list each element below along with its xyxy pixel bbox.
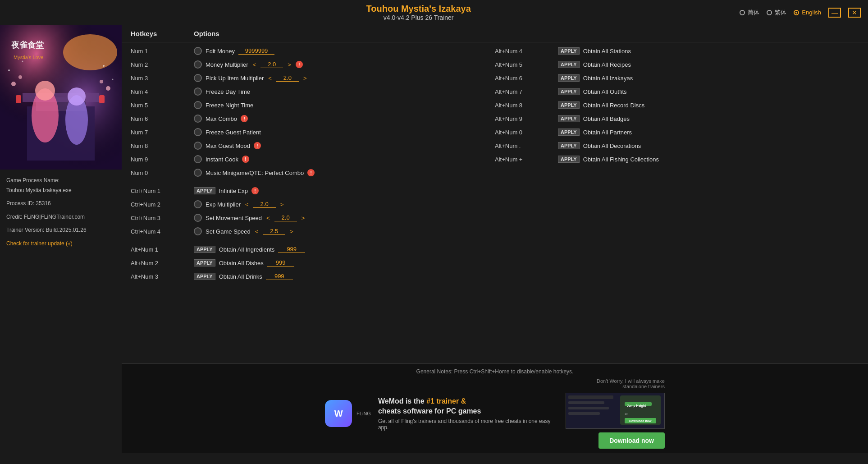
check-update-link[interactable]: Check for trainer update (√) [6,240,73,247]
input-ingredients-qty[interactable] [278,246,305,253]
hotkey-altnum2: Alt+Num 2 [131,260,194,266]
toggle-ctrlnum4[interactable] [194,227,202,235]
toggle-ctrlnum2[interactable] [194,200,202,208]
toggle-num5[interactable] [194,101,202,109]
process-id-value: 35316 [36,200,50,207]
option-num1-content: Edit Money [194,47,495,55]
info-icon-num8[interactable]: ! [254,142,261,149]
apply-all-dishes[interactable]: APPLY [194,259,215,266]
input-pickup-mult[interactable] [276,74,299,82]
apply-all-recipes[interactable]: APPLY [558,61,580,68]
language-controls: 简体 繁体 English — ✕ [740,8,861,18]
toggle-num6[interactable] [194,115,202,123]
info-icon-ctrlnum1[interactable]: ! [251,187,259,194]
input-money-mult[interactable] [260,61,283,68]
option-altnum6: Alt+Num 6 APPLY Obtain All Izakayas [495,71,859,85]
toggle-ctrlnum3[interactable] [194,214,202,222]
apply-infinite-exp[interactable]: APPLY [194,187,215,194]
option-num1: Num 1 Edit Money [131,44,495,58]
spinner-left-num2[interactable]: < [252,61,257,68]
trainer-version-label: Trainer Version: [6,227,44,233]
input-exp-mult[interactable] [253,201,276,208]
apply-all-fishing[interactable]: APPLY [558,156,580,163]
label-freeze-night: Freeze Night Time [206,102,253,109]
info-icon-num2[interactable]: ! [296,61,303,68]
apply-all-badges[interactable]: APPLY [558,115,580,122]
apply-all-record-discs[interactable]: APPLY [558,101,580,109]
info-icon-num6[interactable]: ! [241,115,248,122]
label-all-record-discs: Obtain All Record Discs [583,102,645,109]
toggle-num3[interactable] [194,74,202,82]
input-money[interactable] [238,47,274,55]
dont-worry-text: Don't Worry, I will always make standalo… [575,378,665,389]
spinner-left-ctrlnum3[interactable]: < [265,215,271,221]
option-altnum3: Alt+Num 3 APPLY Obtain All Drinks [131,270,859,283]
option-num7-content: Freeze Guest Patient [194,128,495,136]
info-icon-num0[interactable]: ! [307,169,315,176]
spinner-right-num3[interactable]: > [302,75,308,82]
apply-all-outfits[interactable]: APPLY [558,88,580,95]
svg-point-3 [63,34,117,70]
hotkey-num5: Num 5 [131,102,194,109]
toggle-num8[interactable] [194,142,202,150]
toggle-num7[interactable] [194,128,202,136]
label-all-stations: Obtain All Stations [583,48,631,55]
toggle-num0[interactable] [194,169,202,177]
toggle-num4[interactable] [194,87,202,96]
option-altnum4-content: APPLY Obtain All Stations [558,47,859,55]
option-altnum1: Alt+Num 1 APPLY Obtain All Ingredients [131,243,859,256]
option-ctrlnum3: Ctrl+Num 3 Set Movement Speed < > [131,211,859,225]
option-altnum7: Alt+Num 7 APPLY Obtain All Outfits [495,85,859,98]
close-button[interactable]: ✕ [848,8,861,18]
input-dishes-qty[interactable] [267,259,294,266]
label-music-minigame: Music Minigame/QTE: Perfect Combo [206,170,304,176]
apply-all-stations[interactable]: APPLY [558,47,580,55]
toggle-num1[interactable] [194,47,202,55]
svg-rect-25 [568,401,604,404]
label-pickup-mult: Pick Up Item Multiplier [206,75,264,82]
option-ctrlnum4-content: Set Game Speed < > [194,227,859,235]
apply-all-ingredients[interactable]: APPLY [194,246,215,253]
hotkey-num9: Num 9 [131,156,194,163]
apply-all-drinks[interactable]: APPLY [194,273,215,280]
option-altnum0-content: APPLY Obtain All Partners [558,129,859,136]
option-num3-content: Pick Up Item Multiplier < > [194,74,495,82]
spinner-right-ctrlnum2[interactable]: > [279,201,285,208]
divider2 [131,238,859,243]
toggle-num2[interactable] [194,60,202,69]
input-movement-speed[interactable] [274,214,297,221]
process-id-label: Process ID: [6,200,34,207]
label-freeze-day: Freeze Day Time [206,88,250,95]
info-icon-num9[interactable]: ! [242,156,249,163]
download-button[interactable]: Download now [598,432,665,449]
spinner-right-num2[interactable]: > [287,61,292,68]
lang-simplified[interactable]: 简体 [740,9,759,17]
option-num8-content: Max Guest Mood ! [194,142,495,150]
svg-point-14 [22,61,23,62]
spinner-right-ctrlnum3[interactable]: > [301,215,306,221]
spinner-right-ctrlnum4[interactable]: > [289,228,294,235]
toggle-num9[interactable] [194,155,202,163]
lang-traditional[interactable]: 繁体 [767,9,786,17]
input-drinks-qty[interactable] [266,273,293,280]
option-altnumdot: Alt+Num . APPLY Obtain All Decorations [495,139,859,152]
spinner-left-ctrlnum2[interactable]: < [244,201,250,208]
options-header-label: Options [194,30,219,37]
apply-all-partners[interactable]: APPLY [558,129,580,136]
input-game-speed[interactable] [263,228,285,235]
minimize-button[interactable]: — [828,8,841,18]
spinner-left-num3[interactable]: < [267,75,273,82]
apply-all-decorations[interactable]: APPLY [558,142,580,149]
svg-point-13 [8,69,10,71]
lang-traditional-label: 繁体 [775,9,786,17]
option-altnum9-content: APPLY Obtain All Badges [558,115,859,122]
option-num3: Num 3 Pick Up Item Multiplier < > [131,71,495,85]
ad-title: WeMod is the #1 trainer & cheats softwar… [378,396,558,417]
hotkey-num2: Num 2 [131,61,194,68]
spinner-left-ctrlnum4[interactable]: < [254,228,260,235]
hotkey-altnum7: Alt+Num 7 [495,88,558,95]
apply-all-izakayas[interactable]: APPLY [558,74,580,82]
options-header: Hotkeys Options [122,25,868,42]
lang-english[interactable]: English [794,9,821,16]
trainer-version-value: Build.2025.01.26 [46,227,87,233]
